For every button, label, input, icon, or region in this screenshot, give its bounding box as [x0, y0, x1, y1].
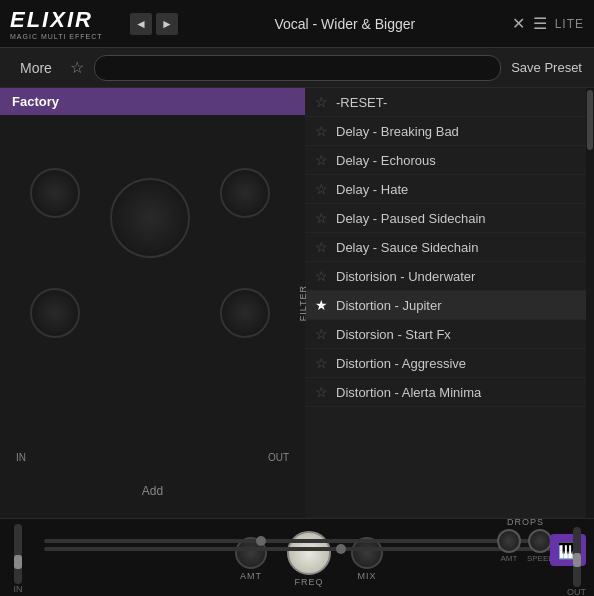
- preset-name: Vocal - Wider & Bigger: [178, 16, 512, 32]
- preset-star[interactable]: ☆: [315, 326, 328, 342]
- filter-label-right: FILTER: [298, 285, 308, 321]
- list-item[interactable]: ☆Distortion - Aggressive: [305, 349, 594, 378]
- add-label[interactable]: Add: [142, 484, 163, 498]
- freq-knob[interactable]: [287, 531, 331, 575]
- drops-amt-wrap: AMT: [497, 529, 521, 563]
- logo-subtitle: MAGIC MULTI EFFECT: [10, 33, 103, 40]
- drops-label: DROPS: [507, 517, 544, 527]
- list-item[interactable]: ☆Delay - Hate: [305, 175, 594, 204]
- in-label: IN: [16, 452, 26, 463]
- out-label-bottom: OUT: [567, 587, 586, 596]
- preset-text: Distorsion - Start Fx: [336, 327, 451, 342]
- logo: ELIXIR: [10, 7, 93, 33]
- knob-mid-left[interactable]: [30, 288, 80, 338]
- preset-text: Delay - Paused Sidechain: [336, 211, 486, 226]
- in-label-bottom: IN: [14, 584, 23, 594]
- header-right: ✕ ☰ LITE: [512, 14, 584, 33]
- list-item[interactable]: ☆Delay - Echorous: [305, 146, 594, 175]
- in-slider-wrap: IN: [10, 524, 26, 594]
- in-slider-thumb[interactable]: [14, 555, 22, 569]
- preset-star[interactable]: ☆: [315, 384, 328, 400]
- lite-label: LITE: [555, 17, 584, 31]
- list-item[interactable]: ☆Distorsion - Start Fx: [305, 320, 594, 349]
- out-slider[interactable]: [573, 527, 581, 587]
- list-item[interactable]: ☆Delay - Sauce Sidechain: [305, 233, 594, 262]
- preset-star[interactable]: ☆: [315, 355, 328, 371]
- nav-back-button[interactable]: ◄: [130, 13, 152, 35]
- h-slider-2[interactable]: [44, 547, 574, 551]
- knob-top-right[interactable]: [220, 168, 270, 218]
- list-item[interactable]: ☆Distorision - Underwater: [305, 262, 594, 291]
- nav-arrows: ◄ ►: [130, 13, 178, 35]
- preset-star[interactable]: ☆: [315, 152, 328, 168]
- preset-text: Delay - Hate: [336, 182, 408, 197]
- amt-label: AMT: [240, 571, 262, 581]
- knob-area: IN OUT Add: [0, 118, 305, 518]
- preset-text: Delay - Sauce Sidechain: [336, 240, 478, 255]
- preset-text: Distorision - Underwater: [336, 269, 475, 284]
- nav-forward-button[interactable]: ►: [156, 13, 178, 35]
- preset-text: Delay - Breaking Bad: [336, 124, 459, 139]
- preset-star[interactable]: ☆: [315, 181, 328, 197]
- preset-star[interactable]: ☆: [315, 94, 328, 110]
- preset-text: Delay - Echorous: [336, 153, 436, 168]
- in-slider[interactable]: [14, 524, 22, 584]
- favorite-button[interactable]: ☆: [70, 58, 84, 77]
- left-panel: Factory IN OUT Add FILTER: [0, 88, 305, 518]
- preset-list: ☆-RESET-☆Delay - Breaking Bad☆Delay - Ec…: [305, 88, 594, 518]
- preset-star[interactable]: ☆: [315, 268, 328, 284]
- h-slider-2-thumb[interactable]: [336, 544, 346, 554]
- out-slider-wrap: OUT: [567, 527, 586, 596]
- preset-text: Distortion - Alerta Minima: [336, 385, 481, 400]
- close-button[interactable]: ✕: [512, 14, 525, 33]
- knob-mid-right[interactable]: [220, 288, 270, 338]
- drops-knobs: AMT SPEED: [497, 529, 554, 563]
- preset-panel: ☆-RESET-☆Delay - Breaking Bad☆Delay - Ec…: [305, 88, 594, 518]
- toolbar: More ☆ Save Preset: [0, 48, 594, 88]
- drops-amt-label: AMT: [500, 554, 517, 563]
- header: ELIXIR MAGIC MULTI EFFECT ◄ ► Vocal - Wi…: [0, 0, 594, 48]
- preset-text: -RESET-: [336, 95, 387, 110]
- knob-top-left[interactable]: [30, 168, 80, 218]
- list-item[interactable]: ☆Distortion - Alerta Minima: [305, 378, 594, 407]
- more-button[interactable]: More: [12, 56, 60, 80]
- menu-button[interactable]: ☰: [533, 14, 547, 33]
- main-area: Factory IN OUT Add FILTER FILTER ☆-RESET…: [0, 88, 594, 518]
- list-item[interactable]: ☆Delay - Breaking Bad: [305, 117, 594, 146]
- preset-star[interactable]: ☆: [315, 210, 328, 226]
- category-header[interactable]: Factory: [0, 88, 305, 115]
- logo-area: ELIXIR MAGIC MULTI EFFECT: [10, 7, 120, 40]
- preset-text: Distortion - Aggressive: [336, 356, 466, 371]
- preset-star[interactable]: ☆: [315, 123, 328, 139]
- h-slider-1-thumb[interactable]: [256, 536, 266, 546]
- preset-star[interactable]: ☆: [315, 239, 328, 255]
- scrollbar-track[interactable]: [586, 88, 594, 518]
- drops-speed-knob[interactable]: [528, 529, 552, 553]
- search-input[interactable]: [94, 55, 501, 81]
- h-slider-1[interactable]: [44, 539, 574, 543]
- scrollbar-thumb[interactable]: [587, 90, 593, 150]
- mix-label: MIX: [357, 571, 376, 581]
- drops-area: DROPS AMT SPEED: [497, 517, 554, 563]
- freq-label: FREQ: [294, 577, 323, 587]
- save-preset-button[interactable]: Save Preset: [511, 60, 582, 75]
- center-knob[interactable]: [110, 178, 190, 258]
- drops-amt-knob[interactable]: [497, 529, 521, 553]
- out-label: OUT: [268, 452, 289, 463]
- list-item[interactable]: ☆-RESET-: [305, 88, 594, 117]
- preset-text: Distortion - Jupiter: [336, 298, 441, 313]
- out-slider-thumb[interactable]: [573, 553, 581, 567]
- bottom-area: IN AMT FREQ MIX DROPS: [0, 518, 594, 596]
- list-item[interactable]: ★Distortion - Jupiter: [305, 291, 594, 320]
- list-item[interactable]: ☆Delay - Paused Sidechain: [305, 204, 594, 233]
- preset-star[interactable]: ★: [315, 297, 328, 313]
